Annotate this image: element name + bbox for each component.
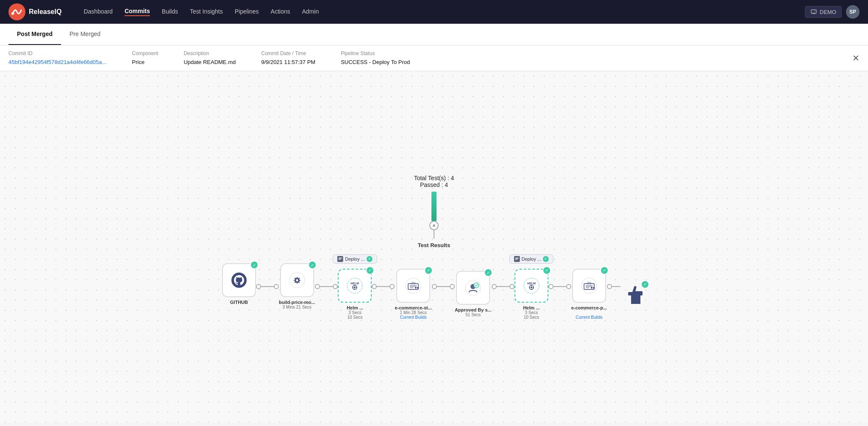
commit-id-value[interactable]: 45bf194e42954f578d21a4d4fe66d05a...	[8, 59, 106, 65]
helm2-label: Helm ...	[523, 305, 540, 310]
svg-point-46	[591, 287, 593, 289]
line-2	[320, 286, 333, 287]
svg-point-18	[354, 287, 356, 288]
connector-4	[333, 284, 338, 289]
connector-13	[607, 284, 612, 289]
demo-label: DEMO	[820, 9, 836, 15]
helm2-sublabel2: 10 Secs	[524, 315, 539, 320]
svg-text:HELM: HELM	[351, 282, 359, 285]
node-helm1[interactable]: ✓ HELM	[338, 269, 372, 303]
deploy-label-2: Deploy ... ✓	[509, 254, 553, 264]
nav-dashboard[interactable]: Dashboard	[83, 8, 113, 16]
node-approved[interactable]: ✓	[456, 271, 490, 305]
node-ecommerce1-wrapper: ✓ e-commerce-st... 1 Min 28 Secs Current	[395, 269, 431, 320]
svg-rect-30	[514, 256, 520, 262]
ecommerce2-label: e-commerce-p...	[571, 305, 607, 310]
component-value: Price	[132, 59, 145, 65]
nav-links: Dashboard Commits Builds Test Insights P…	[83, 8, 791, 16]
svg-rect-10	[339, 259, 341, 260]
date-value: 9/9/2021 11:57:37 PM	[261, 59, 315, 65]
connector-9	[492, 284, 497, 289]
node-build-wrapper: ✓ build-price-mo... 3 Mins 21 Secs	[279, 263, 315, 309]
ecommerce2-link[interactable]: Current Builds	[576, 315, 602, 320]
nav-test-insights[interactable]: Test Insights	[190, 8, 223, 16]
connector-2	[274, 284, 279, 289]
close-button[interactable]: ✕	[852, 53, 860, 63]
approved-label: Approved By s...	[455, 307, 492, 312]
node-helm2[interactable]: ✓ HELM	[515, 269, 548, 303]
nav-admin[interactable]: Admin	[302, 8, 319, 16]
svg-point-47	[593, 287, 595, 289]
svg-rect-9	[339, 258, 342, 259]
nav-actions[interactable]: Actions	[271, 8, 290, 16]
tab-pre-merged[interactable]: Pre Merged	[61, 24, 109, 45]
helm1-sublabel1: 3 Secs	[348, 310, 362, 315]
svg-rect-2	[811, 10, 816, 13]
nav-pipelines[interactable]: Pipelines	[235, 8, 259, 16]
svg-point-4	[814, 11, 815, 11]
avatar[interactable]: SP	[846, 5, 860, 19]
connector-1	[256, 284, 261, 289]
logo[interactable]: ReleaseIQ	[8, 3, 61, 20]
ecommerce2-check-icon: ✓	[600, 266, 609, 275]
helm2-sublabel1: 3 Secs	[525, 310, 538, 315]
node-ecommerce2-wrapper: ✓ e-commerce-p... Current Builds	[571, 269, 607, 320]
component-label: Component	[132, 50, 158, 56]
build-label: build-price-mo...	[279, 300, 315, 305]
node-helm1-wrapper: Deploy ... ✓ ✓ HELM	[338, 269, 372, 320]
node-ecommerce2[interactable]: ✓	[572, 269, 606, 303]
node-ecommerce1[interactable]: ✓	[396, 269, 430, 303]
nav-commits[interactable]: Commits	[125, 8, 150, 16]
node-github[interactable]: ✓	[222, 263, 256, 297]
svg-point-40	[531, 287, 532, 288]
connector-8	[450, 284, 455, 289]
line-6	[554, 286, 566, 287]
svg-point-5	[231, 273, 247, 288]
svg-point-7	[295, 279, 298, 282]
connector-5	[372, 284, 377, 289]
svg-rect-3	[812, 13, 815, 14]
helm1-sublabel2: 10 Secs	[347, 315, 362, 320]
line-3	[377, 286, 389, 287]
commit-id-label: Commit ID	[8, 50, 106, 56]
svg-rect-26	[411, 282, 415, 284]
build-sublabel: 3 Mins 21 Secs	[283, 305, 312, 309]
pipeline-canvas: Total Test(s) : 4 Passed : 4 A Test Resu…	[0, 71, 868, 423]
status-field: Pipeline Status SUCCESS - Deploy To Prod	[341, 50, 410, 66]
date-field: Commit Date / Time 9/9/2021 11:57:37 PM	[261, 50, 315, 66]
navbar: ReleaseIQ Dashboard Commits Builds Test …	[0, 0, 868, 24]
description-value: Update README.md	[184, 59, 236, 65]
svg-point-25	[417, 287, 419, 289]
test-bar	[431, 192, 437, 221]
date-label: Commit Date / Time	[261, 50, 315, 56]
ecommerce2-sublabel	[589, 310, 590, 315]
nodes-row: ✓ GITHUB ✓	[222, 253, 646, 320]
ecommerce1-link[interactable]: Current Builds	[400, 315, 427, 320]
connector-6	[389, 284, 395, 289]
connector-11	[548, 284, 554, 289]
ecommerce1-sublabel: 1 Min 28 Secs	[400, 310, 427, 315]
nav-builds[interactable]: Builds	[162, 8, 178, 16]
description-field: Description Update README.md	[184, 50, 236, 66]
svg-rect-32	[515, 259, 517, 260]
test-info: Total Test(s) : 4 Passed : 4	[414, 175, 454, 188]
status-label: Pipeline Status	[341, 50, 410, 56]
svg-point-1	[11, 12, 14, 15]
node-build[interactable]: ✓	[280, 263, 314, 297]
node-approved-wrapper: ✓ Approved By s... 51 Secs	[455, 271, 492, 317]
test-connector-circle: A	[429, 221, 439, 230]
github-sublabel	[239, 305, 240, 309]
demo-button[interactable]: DEMO	[805, 6, 842, 18]
helm1-check-icon: ✓	[366, 266, 374, 275]
logo-text: ReleaseIQ	[29, 8, 61, 16]
test-connector-line	[434, 230, 434, 239]
commit-info-bar: Commit ID 45bf194e42954f578d21a4d4fe66d0…	[0, 45, 868, 71]
approved-sublabel: 51 Secs	[465, 312, 481, 317]
github-label: GITHUB	[230, 300, 248, 305]
line-4	[437, 286, 450, 287]
deploy-label-1: Deploy ... ✓	[333, 254, 377, 264]
connector-12	[566, 284, 571, 289]
helm1-label: Helm ...	[347, 305, 363, 310]
tab-post-merged[interactable]: Post Merged	[8, 24, 61, 45]
svg-text:HELM: HELM	[527, 282, 536, 285]
